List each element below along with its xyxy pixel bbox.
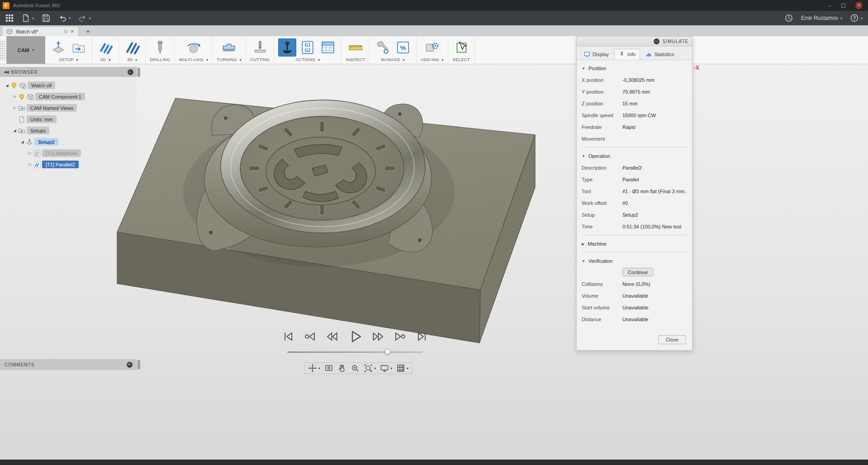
comments-expand-icon[interactable]: + [127,362,133,368]
play-button[interactable] [347,328,363,345]
browser-item-watch-v8[interactable]: ◢Watch v8 [0,80,137,91]
ribbon-group-label[interactable]: MULTI-AXIS ▾ [179,57,208,62]
browser-item-label[interactable]: CAM Named Views [27,104,77,112]
tab-statistics[interactable]: Statistics [641,49,678,60]
setup-folder-button[interactable] [70,38,88,57]
ribbon-group-label[interactable]: MANAGE ▾ [381,57,404,62]
cutting-button[interactable] [251,38,269,57]
browser-header[interactable]: ◀◀ BROWSER – [0,67,137,77]
expand-closed-icon[interactable]: ▷ [11,95,18,99]
ribbon-group-label[interactable]: DRILLING [150,57,170,62]
bulb-icon[interactable] [18,93,25,100]
expand-open-icon[interactable]: ◢ [4,83,10,87]
component-icon[interactable] [27,93,34,100]
job-status-icon[interactable] [785,14,793,22]
zoom-button[interactable] [349,363,361,374]
browser-item-cam-named-views[interactable]: ▷CAM Named Views [0,102,137,114]
tab-close-icon[interactable]: ✕ [71,29,74,34]
continue-button[interactable]: Continue [622,268,653,276]
section-verification[interactable]: ▼Verification [582,255,687,267]
browser-item-units-mm[interactable]: Units: mm [0,114,137,125]
go-to-beginning-button[interactable] [281,330,295,343]
g1g2-button[interactable]: G1G2 [299,38,317,57]
step-forward-button[interactable] [371,330,385,343]
orbit-button[interactable]: ▾ [307,363,322,374]
file-menu-button[interactable]: ▾ [22,14,34,22]
ribbon-group-label[interactable]: ADD-INS ▾ [421,57,444,62]
ribbon-group-label[interactable]: TURNING ▾ [217,57,242,62]
previous-operation-button[interactable] [303,330,317,343]
redo-button[interactable]: ▾ [79,14,91,22]
minimize-icon[interactable]: – [828,2,831,9]
browser-item-label[interactable]: Setup2 [34,138,58,146]
browser-scroll-handle[interactable] [138,68,140,77]
browser-item--t1-adaptive6[interactable]: ▷[T1] Adaptive6 [0,147,137,159]
component-icon[interactable] [19,82,26,89]
browser-item-label[interactable]: [T1] Parallel2 [42,161,79,168]
section-operation[interactable]: ▼Operation [582,150,687,162]
op-adaptive-icon[interactable] [33,150,41,157]
pan-button[interactable] [336,363,348,374]
browser-item-cam-component-1[interactable]: ▷CAM Component:1 [0,91,137,102]
document-icon[interactable] [18,116,25,123]
comments-scroll-handle[interactable] [138,360,140,369]
timeline-track[interactable] [287,351,423,353]
setup-icon[interactable] [26,138,33,146]
adaptive-3d-button[interactable] [123,38,141,57]
expand-closed-icon[interactable]: ▷ [27,162,33,166]
inspect-button[interactable] [346,38,365,57]
manage-tools-button[interactable] [374,38,392,57]
ribbon-group-label[interactable]: 2D ▾ [100,57,111,62]
tab-info[interactable]: Info [614,49,640,60]
browser-item-label[interactable]: CAM Component:1 [35,93,85,100]
section-machine[interactable]: ▶Machine [582,237,687,250]
browser-item-setups[interactable]: ◢Setups [0,125,137,136]
multi-axis-button[interactable] [185,38,203,57]
add-ins-button[interactable] [423,38,441,57]
tab-display[interactable]: Display [579,49,613,60]
step-back-button[interactable] [325,330,339,343]
toolbar-grip[interactable] [0,40,6,60]
browser-item-label[interactable]: Watch v8 [28,81,55,89]
help-menu[interactable]: ?▾ [850,14,863,22]
save-button[interactable] [42,14,50,22]
go-to-end-button[interactable] [415,330,429,343]
document-tab[interactable]: Watch v8* ✕ [2,26,79,36]
maximize-icon[interactable] [841,4,845,8]
simulate-header[interactable]: – SIMULATE [577,37,692,47]
ribbon-group-label[interactable]: INSPECT [346,57,365,62]
display-settings-button[interactable]: ▾ [379,363,394,374]
setup-new-button[interactable] [49,38,67,57]
section-expanded-icon[interactable]: ▼ [582,154,585,158]
ribbon-group-label[interactable]: SETUP ▾ [59,57,78,62]
fit-button[interactable]: ▾ [362,363,377,374]
views-folder-icon[interactable] [18,104,25,112]
expand-open-icon[interactable]: ◢ [19,140,26,144]
workspace-switcher[interactable]: CAM▾ [6,36,45,64]
setups-folder-icon[interactable] [18,127,25,134]
simulation-timeline[interactable] [287,349,423,355]
expand-closed-icon[interactable]: ▷ [27,151,33,155]
close-window-icon[interactable]: ✕ [855,2,863,9]
drilling-button[interactable] [151,38,169,57]
browser-collapse-icon[interactable]: – [128,69,133,75]
pocket-2d-button[interactable] [96,38,114,57]
close-dialog-button[interactable]: Close [658,335,686,344]
browser-item-label[interactable]: Units: mm [27,115,57,123]
comments-bar[interactable]: COMMENTS + [0,359,137,370]
browser-item-label[interactable]: [T1] Adaptive6 [42,149,81,157]
bulb-icon[interactable] [10,82,18,89]
user-menu[interactable]: Emir Rustamov▾ [801,15,842,21]
section-expanded-icon[interactable]: ▼ [582,259,585,263]
ribbon-group-label[interactable]: CUTTING [250,57,270,62]
ribbon-group-label[interactable]: 3D ▾ [127,57,138,62]
app-grid-icon[interactable] [5,14,14,22]
section-collapsed-icon[interactable]: ▶ [582,242,584,246]
next-operation-button[interactable] [394,330,407,343]
post-process-button[interactable] [319,38,337,57]
timeline-handle[interactable] [385,349,391,355]
grid-settings-button[interactable]: ▾ [395,363,410,374]
browser-item-setup2[interactable]: ◢Setup2 [0,136,137,147]
expand-open-icon[interactable]: ◢ [11,128,18,133]
section-expanded-icon[interactable]: ▼ [582,66,585,71]
